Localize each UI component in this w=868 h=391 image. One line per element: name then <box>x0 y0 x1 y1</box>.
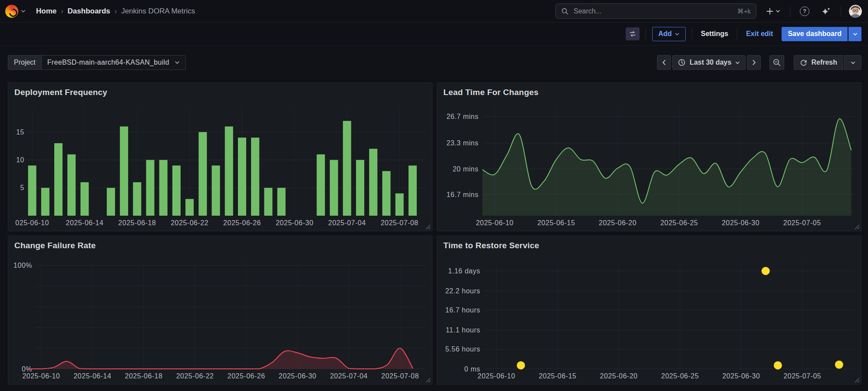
svg-text:2025-06-20: 2025-06-20 <box>600 372 638 380</box>
svg-text:2025-06-15: 2025-06-15 <box>537 219 575 227</box>
time-range-label: Last 30 days <box>690 59 731 66</box>
svg-text:2025-07-08: 2025-07-08 <box>381 219 419 227</box>
save-dashboard-button[interactable]: Save dashboard <box>782 27 848 41</box>
svg-text:5.56 hours: 5.56 hours <box>445 345 480 353</box>
time-to-restore-chart[interactable]: 0 ms5.56 hours11.1 hours16.7 hours22.2 h… <box>437 260 861 384</box>
time-shift-back-button[interactable] <box>657 55 671 70</box>
org-switcher[interactable] <box>5 5 26 18</box>
svg-text:0 ms: 0 ms <box>464 365 480 373</box>
lead-time-chart[interactable]: 16.7 mins20 mins23.3 mins26.7 mins2025-0… <box>437 106 861 231</box>
svg-text:26.7 mins: 26.7 mins <box>446 113 479 120</box>
add-button-label: Add <box>658 30 672 38</box>
svg-text:2025-07-05: 2025-07-05 <box>783 219 821 227</box>
panel-lead-time-for-changes: Lead Time For Changes 16.7 mins20 mins23… <box>437 82 861 231</box>
zoom-out-icon <box>772 58 781 67</box>
divider <box>692 29 692 39</box>
svg-text:2025-07-05: 2025-07-05 <box>783 372 821 380</box>
svg-text:100%: 100% <box>13 262 32 269</box>
search-input[interactable] <box>573 7 733 16</box>
breadcrumb-separator-icon: › <box>115 7 117 15</box>
divider <box>646 29 646 39</box>
time-shift-forward-button[interactable] <box>747 55 761 70</box>
svg-text:11.1 hours: 11.1 hours <box>446 326 480 334</box>
svg-text:2025-07-08: 2025-07-08 <box>381 372 419 380</box>
assistant-button[interactable] <box>819 4 833 18</box>
svg-text:2025-06-30: 2025-06-30 <box>279 372 317 380</box>
time-range-button[interactable]: Last 30 days <box>672 55 746 70</box>
search-box[interactable]: ⌘+k <box>555 3 756 19</box>
svg-text:2025-06-10: 2025-06-10 <box>476 219 514 227</box>
top-nav: Home › Dashboards › Jenkins DORA Metrics… <box>0 0 868 23</box>
help-button[interactable]: ? <box>798 5 811 18</box>
swap-arrows-icon <box>628 30 637 38</box>
svg-text:2025-06-18: 2025-06-18 <box>118 219 156 227</box>
panel-change-failure-rate: Change Failure Rate 0%100%2025-06-102025… <box>8 236 432 384</box>
chevron-down-icon <box>21 10 26 13</box>
svg-text:16.7 mins: 16.7 mins <box>446 191 479 198</box>
panel-grid: Deployment Frequency 51015025-06-102025-… <box>8 82 861 384</box>
panel-resize-handle[interactable] <box>855 378 860 383</box>
svg-text:22.2 hours: 22.2 hours <box>445 287 480 295</box>
help-icon: ? <box>800 7 809 16</box>
breadcrumb-home[interactable]: Home <box>36 7 56 16</box>
svg-text:2025-06-22: 2025-06-22 <box>171 219 208 227</box>
project-label: Project <box>8 56 42 69</box>
breadcrumb: Home › Dashboards › Jenkins DORA Metrics <box>36 7 195 16</box>
svg-text:2025-06-30: 2025-06-30 <box>722 219 759 227</box>
dashboard-content: Project FreeBSD-main-aarch64-KASAN_build <box>0 46 868 384</box>
svg-text:2025-06-25: 2025-06-25 <box>660 219 698 227</box>
deployment-frequency-chart[interactable]: 51015025-06-102025-06-142025-06-182025-0… <box>8 106 432 231</box>
panel-title[interactable]: Deployment Frequency <box>8 83 432 97</box>
settings-button[interactable]: Settings <box>698 30 731 38</box>
save-dashboard-split-button: Save dashboard <box>782 27 861 41</box>
user-avatar[interactable] <box>849 5 862 18</box>
breadcrumb-separator-icon: › <box>61 7 63 15</box>
grafana-logo-icon[interactable] <box>5 5 18 18</box>
svg-text:025-06-10: 025-06-10 <box>15 219 49 227</box>
panel-title[interactable]: Change Failure Rate <box>8 236 432 250</box>
time-controls: Last 30 days <box>657 55 861 70</box>
chevron-down-icon <box>675 33 680 36</box>
save-dashboard-options-button[interactable] <box>848 27 861 41</box>
controls-row: Project FreeBSD-main-aarch64-KASAN_build <box>8 55 861 70</box>
panel-resize-handle[interactable] <box>426 378 431 383</box>
project-variable-picker: Project FreeBSD-main-aarch64-KASAN_build <box>8 55 186 70</box>
svg-text:2025-06-22: 2025-06-22 <box>176 372 214 380</box>
project-value-text: FreeBSD-main-aarch64-KASAN_build <box>47 59 169 66</box>
refresh-button[interactable]: Refresh <box>794 55 843 70</box>
svg-text:2025-06-10: 2025-06-10 <box>22 372 60 380</box>
refresh-split-button: Refresh <box>794 55 861 70</box>
refresh-interval-button[interactable] <box>844 55 861 70</box>
refresh-icon <box>800 59 807 66</box>
panel-title[interactable]: Time to Restore Service <box>437 236 861 250</box>
svg-text:2025-06-15: 2025-06-15 <box>539 372 577 380</box>
avatar-photo <box>849 5 862 18</box>
sparkles-icon <box>821 6 831 16</box>
nav-right-cluster: ⌘+k ? <box>555 3 862 19</box>
project-value-dropdown[interactable]: FreeBSD-main-aarch64-KASAN_build <box>42 56 185 69</box>
panel-deployment-frequency: Deployment Frequency 51015025-06-102025-… <box>8 82 432 231</box>
svg-text:2025-06-14: 2025-06-14 <box>73 372 111 380</box>
breadcrumb-dashboards[interactable]: Dashboards <box>68 7 110 16</box>
panel-time-to-restore-service: Time to Restore Service 0 ms5.56 hours11… <box>437 236 861 384</box>
refresh-label: Refresh <box>811 59 837 66</box>
svg-text:1.16 days: 1.16 days <box>448 267 480 275</box>
svg-text:2025-06-25: 2025-06-25 <box>661 372 699 380</box>
chevron-down-icon <box>175 61 180 64</box>
breadcrumb-current-page: Jenkins DORA Metrics <box>121 7 195 16</box>
toggle-edit-pane-button[interactable] <box>626 27 640 40</box>
panel-title[interactable]: Lead Time For Changes <box>437 83 861 97</box>
chevron-down-icon <box>851 61 855 64</box>
zoom-out-time-button[interactable] <box>769 55 784 70</box>
plus-icon <box>766 7 774 15</box>
chevron-down-icon <box>735 61 740 64</box>
svg-text:2025-06-26: 2025-06-26 <box>223 219 261 227</box>
change-failure-rate-chart[interactable]: 0%100%2025-06-102025-06-142025-06-182025… <box>8 260 432 384</box>
add-button[interactable]: Add <box>652 27 686 41</box>
svg-text:2025-06-30: 2025-06-30 <box>722 372 760 380</box>
exit-edit-button[interactable]: Exit edit <box>743 30 776 38</box>
svg-text:20 mins: 20 mins <box>452 165 479 173</box>
panel-resize-handle[interactable] <box>855 224 860 230</box>
panel-resize-handle[interactable] <box>426 224 431 230</box>
new-add-button[interactable] <box>764 6 782 17</box>
